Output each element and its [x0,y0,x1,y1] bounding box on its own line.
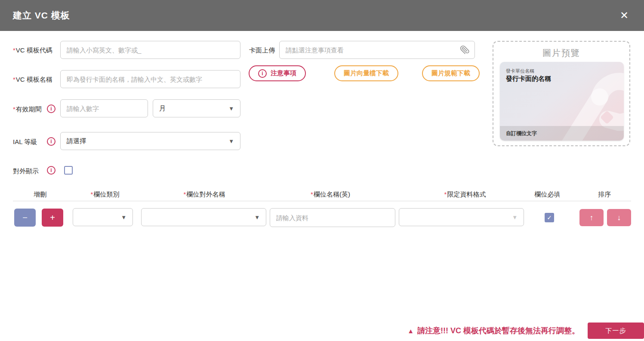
plus-icon: + [50,213,55,223]
arrow-up-icon: ↑ [590,213,594,222]
move-up-button[interactable]: ↑ [579,209,604,226]
col-header-required: 欄位必填 [534,190,561,199]
chevron-down-icon: ▼ [228,105,234,112]
info-glyph: i [262,71,263,77]
col-header-name-en: *欄位名稱(英) [311,190,350,199]
ial-info-icon[interactable]: i [47,137,55,146]
template-code-label: *VC 模板代碼 [13,46,52,55]
template-name-input[interactable] [60,70,240,88]
preview-title: 圖片預覽 [493,47,629,59]
notice-button-label: 注意事項 [271,69,296,77]
validity-info-icon[interactable]: i [47,104,55,113]
validity-unit-select[interactable]: 月 ▼ [153,99,240,117]
required-asterisk: * [311,190,313,198]
add-row-button[interactable]: + [42,209,63,227]
col-header-label: 欄位必填 [535,190,561,198]
spec-download-button[interactable]: 圖片規範下載 [422,65,480,81]
required-asterisk: * [444,190,447,198]
chevron-down-icon: ▼ [512,214,518,221]
col-header-label: 欄位類別 [93,190,119,198]
template-name-label-text: VC 模板名稱 [16,76,52,83]
vector-download-label: 圖片向量檔下載 [344,69,389,77]
create-vc-template-modal: 建立 VC 模板 ✕ *VC 模板代碼 *VC 模板名稱 *有效期間 i 月 ▼… [0,0,644,341]
vector-download-button[interactable]: 圖片向量檔下載 [334,65,398,81]
image-preview-panel: 圖片預覽 發卡單位名稱 發行卡面的名稱 自訂欄位文字 [493,41,630,146]
public-display-info-icon[interactable]: i [47,166,55,175]
validity-label: *有效期間 [13,105,42,114]
card-upload-label-text: 卡面上傳 [249,46,275,54]
validity-label-text: 有效期間 [16,105,42,113]
move-down-button[interactable]: ↓ [607,209,631,226]
custom-field-strip: 自訂欄位文字 [500,126,624,141]
col-header-label: 欄位名稱(英) [314,190,350,198]
display-name-select[interactable]: ▼ [141,208,266,226]
col-header-label: 限定資料格式 [447,190,486,198]
arrow-down-icon: ↓ [617,213,621,222]
page-title: 建立 VC 模板 [13,9,70,22]
ial-select[interactable]: 請選擇 ▼ [60,132,240,150]
col-header-field-type: *欄位類別 [91,190,120,199]
card-preview: 發卡單位名稱 發行卡面的名稱 自訂欄位文字 [500,62,624,141]
public-display-label: 對外顯示 [13,167,39,175]
minus-icon: − [22,213,28,223]
warning-text: 請注意!!! VC 模板代碼於暫存後無法再行調整。 [417,326,579,336]
next-step-button[interactable]: 下一步 [588,323,644,339]
chevron-down-icon: ▼ [254,214,260,221]
ial-label: IAL 等級 [13,138,37,146]
close-icon[interactable]: ✕ [617,9,631,22]
public-display-checkbox[interactable] [64,166,73,175]
required-asterisk: * [91,190,93,198]
col-header-label: 增刪 [34,190,47,198]
info-glyph: i [50,138,52,144]
spec-download-label: 圖片規範下載 [431,69,470,77]
modal-titlebar: 建立 VC 模板 ✕ [0,0,644,31]
data-format-select[interactable]: ▼ [399,208,524,226]
card-name-placeholder: 發行卡面的名稱 [506,75,551,83]
col-header-sort: 排序 [598,190,611,199]
validity-number-input[interactable] [60,99,148,117]
required-asterisk: * [13,105,15,113]
info-glyph: i [50,106,52,112]
card-upload-label: 卡面上傳 [249,46,275,55]
table-header-divider [13,201,631,201]
col-header-display-name: *欄位對外名稱 [184,190,225,199]
ial-value: 請選擇 [67,137,86,145]
col-header-label: 欄位對外名稱 [186,190,225,198]
public-display-label-text: 對外顯示 [13,167,39,175]
field-required-checkbox[interactable]: ✓ [545,213,554,222]
validity-unit-value: 月 [159,104,166,113]
field-type-select[interactable]: ▼ [73,208,133,226]
template-code-label-text: VC 模板代碼 [16,46,52,54]
info-glyph: i [50,167,52,173]
paperclip-icon[interactable] [460,45,469,56]
ial-label-text: IAL 等級 [13,138,37,145]
col-header-label: 排序 [598,190,611,198]
col-header-data-format: *限定資料格式 [444,190,486,199]
template-code-input[interactable] [60,41,240,59]
notice-button[interactable]: i 注意事項 [249,65,306,81]
chevron-down-icon: ▼ [228,138,234,144]
warning-triangle-icon: ▲ [407,327,414,335]
required-asterisk: * [184,190,186,198]
required-asterisk: * [13,76,15,83]
issuer-name-placeholder: 發卡單位名稱 [506,68,534,74]
card-upload-input[interactable] [279,41,475,59]
col-header-add-delete: 增刪 [34,190,47,199]
name-en-input[interactable] [270,208,395,227]
required-asterisk: * [13,46,15,54]
check-icon: ✓ [547,214,552,221]
custom-field-text: 自訂欄位文字 [506,130,537,137]
info-icon: i [258,69,267,78]
chevron-down-icon: ▼ [121,214,126,221]
remove-row-button[interactable]: − [14,209,36,227]
template-name-label: *VC 模板名稱 [13,76,52,84]
code-warning-message: ▲ 請注意!!! VC 模板代碼於暫存後無法再行調整。 [407,326,579,336]
